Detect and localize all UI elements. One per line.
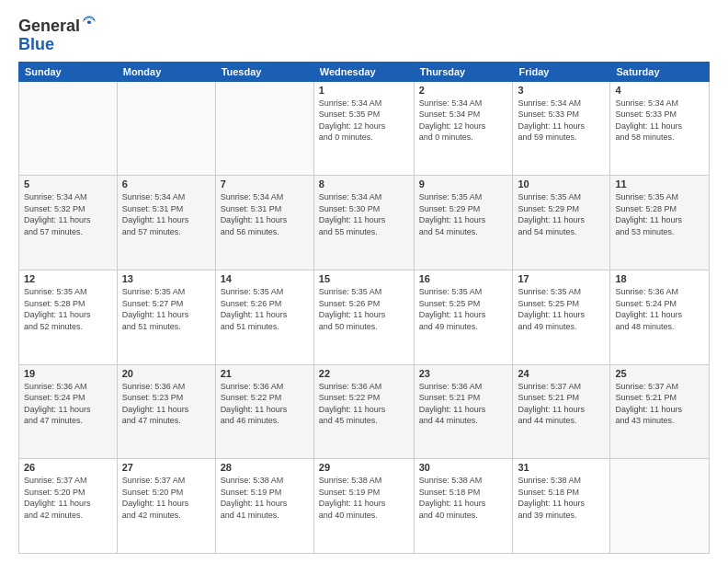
calendar-cell: 3Sunrise: 5:34 AM Sunset: 5:33 PM Daylig… — [513, 81, 610, 176]
week-row-1: 1Sunrise: 5:34 AM Sunset: 5:35 PM Daylig… — [19, 81, 710, 176]
day-info: Sunrise: 5:36 AM Sunset: 5:21 PM Dayligh… — [419, 381, 508, 427]
calendar-cell: 29Sunrise: 5:38 AM Sunset: 5:19 PM Dayli… — [313, 459, 414, 554]
calendar-cell: 6Sunrise: 5:34 AM Sunset: 5:31 PM Daylig… — [117, 176, 215, 270]
calendar-cell: 24Sunrise: 5:37 AM Sunset: 5:21 PM Dayli… — [513, 364, 610, 459]
calendar-cell: 5Sunrise: 5:34 AM Sunset: 5:32 PM Daylig… — [19, 176, 118, 270]
day-number: 16 — [419, 273, 508, 284]
day-number: 3 — [518, 85, 605, 96]
weekday-header-thursday: Thursday — [414, 62, 513, 81]
day-info: Sunrise: 5:37 AM Sunset: 5:20 PM Dayligh… — [24, 475, 112, 521]
day-info: Sunrise: 5:36 AM Sunset: 5:22 PM Dayligh… — [319, 381, 409, 427]
week-row-5: 26Sunrise: 5:37 AM Sunset: 5:20 PM Dayli… — [19, 459, 710, 554]
day-number: 22 — [319, 368, 409, 379]
day-info: Sunrise: 5:37 AM Sunset: 5:20 PM Dayligh… — [122, 475, 210, 521]
day-number: 1 — [319, 85, 409, 96]
calendar-cell: 13Sunrise: 5:35 AM Sunset: 5:27 PM Dayli… — [117, 270, 215, 364]
weekday-header-row: SundayMondayTuesdayWednesdayThursdayFrid… — [19, 62, 710, 81]
calendar-cell: 15Sunrise: 5:35 AM Sunset: 5:26 PM Dayli… — [313, 270, 414, 364]
weekday-header-wednesday: Wednesday — [313, 62, 414, 81]
calendar-table: SundayMondayTuesdayWednesdayThursdayFrid… — [18, 62, 710, 554]
weekday-header-monday: Monday — [117, 62, 215, 81]
calendar-cell: 10Sunrise: 5:35 AM Sunset: 5:29 PM Dayli… — [513, 176, 610, 270]
day-info: Sunrise: 5:38 AM Sunset: 5:19 PM Dayligh… — [221, 475, 309, 521]
calendar-cell: 22Sunrise: 5:36 AM Sunset: 5:22 PM Dayli… — [313, 364, 414, 459]
logo-bird-icon — [81, 15, 97, 31]
day-number: 31 — [518, 462, 605, 473]
day-number: 7 — [221, 178, 309, 190]
day-number: 21 — [221, 368, 309, 379]
weekday-header-sunday: Sunday — [19, 62, 118, 81]
day-number: 28 — [221, 462, 309, 473]
calendar-cell: 23Sunrise: 5:36 AM Sunset: 5:21 PM Dayli… — [414, 364, 513, 459]
day-number: 30 — [419, 462, 508, 473]
calendar-cell: 12Sunrise: 5:35 AM Sunset: 5:28 PM Dayli… — [19, 270, 118, 364]
calendar-cell — [117, 81, 215, 176]
day-info: Sunrise: 5:35 AM Sunset: 5:28 PM Dayligh… — [615, 191, 704, 237]
day-info: Sunrise: 5:35 AM Sunset: 5:29 PM Dayligh… — [518, 191, 605, 237]
calendar-cell: 26Sunrise: 5:37 AM Sunset: 5:20 PM Dayli… — [19, 459, 118, 554]
day-number: 12 — [24, 273, 112, 284]
week-row-2: 5Sunrise: 5:34 AM Sunset: 5:32 PM Daylig… — [19, 176, 710, 270]
day-number: 17 — [518, 273, 605, 284]
day-info: Sunrise: 5:34 AM Sunset: 5:33 PM Dayligh… — [615, 98, 704, 144]
day-info: Sunrise: 5:35 AM Sunset: 5:27 PM Dayligh… — [122, 286, 210, 332]
calendar-cell: 30Sunrise: 5:38 AM Sunset: 5:18 PM Dayli… — [414, 459, 513, 554]
day-info: Sunrise: 5:34 AM Sunset: 5:33 PM Dayligh… — [518, 98, 605, 144]
day-number: 13 — [122, 273, 210, 284]
weekday-header-saturday: Saturday — [610, 62, 710, 81]
calendar-cell: 7Sunrise: 5:34 AM Sunset: 5:31 PM Daylig… — [215, 176, 313, 270]
day-info: Sunrise: 5:37 AM Sunset: 5:21 PM Dayligh… — [518, 381, 605, 427]
day-number: 23 — [419, 368, 508, 379]
calendar-cell: 8Sunrise: 5:34 AM Sunset: 5:30 PM Daylig… — [313, 176, 414, 270]
day-info: Sunrise: 5:38 AM Sunset: 5:19 PM Dayligh… — [319, 475, 409, 521]
weekday-header-friday: Friday — [513, 62, 610, 81]
calendar-cell: 2Sunrise: 5:34 AM Sunset: 5:34 PM Daylig… — [414, 81, 513, 176]
day-number: 11 — [615, 178, 704, 190]
calendar-cell: 16Sunrise: 5:35 AM Sunset: 5:25 PM Dayli… — [414, 270, 513, 364]
day-number: 18 — [615, 273, 704, 284]
calendar-cell: 14Sunrise: 5:35 AM Sunset: 5:26 PM Dayli… — [215, 270, 313, 364]
day-number: 9 — [419, 178, 508, 190]
day-number: 14 — [221, 273, 309, 284]
calendar-cell: 27Sunrise: 5:37 AM Sunset: 5:20 PM Dayli… — [117, 459, 215, 554]
day-number: 10 — [518, 178, 605, 190]
day-info: Sunrise: 5:35 AM Sunset: 5:25 PM Dayligh… — [419, 286, 508, 332]
day-number: 26 — [24, 462, 112, 473]
day-info: Sunrise: 5:36 AM Sunset: 5:23 PM Dayligh… — [122, 381, 210, 427]
week-row-3: 12Sunrise: 5:35 AM Sunset: 5:28 PM Dayli… — [19, 270, 710, 364]
day-number: 19 — [24, 368, 112, 379]
weekday-header-tuesday: Tuesday — [215, 62, 313, 81]
calendar-cell: 11Sunrise: 5:35 AM Sunset: 5:28 PM Dayli… — [610, 176, 710, 270]
day-number: 20 — [122, 368, 210, 379]
day-info: Sunrise: 5:38 AM Sunset: 5:18 PM Dayligh… — [419, 475, 508, 521]
calendar-cell: 28Sunrise: 5:38 AM Sunset: 5:19 PM Dayli… — [215, 459, 313, 554]
calendar-cell: 21Sunrise: 5:36 AM Sunset: 5:22 PM Dayli… — [215, 364, 313, 459]
day-info: Sunrise: 5:34 AM Sunset: 5:30 PM Dayligh… — [319, 191, 409, 237]
day-number: 27 — [122, 462, 210, 473]
day-number: 2 — [419, 85, 508, 96]
day-info: Sunrise: 5:35 AM Sunset: 5:29 PM Dayligh… — [419, 191, 508, 237]
page: General Blue SundayMondayTuesdayWednesda… — [0, 0, 728, 563]
day-number: 25 — [615, 368, 704, 379]
day-info: Sunrise: 5:34 AM Sunset: 5:31 PM Dayligh… — [122, 191, 210, 237]
day-info: Sunrise: 5:37 AM Sunset: 5:21 PM Dayligh… — [615, 381, 704, 427]
day-number: 15 — [319, 273, 409, 284]
day-info: Sunrise: 5:35 AM Sunset: 5:26 PM Dayligh… — [221, 286, 309, 332]
day-info: Sunrise: 5:34 AM Sunset: 5:31 PM Dayligh… — [221, 191, 309, 237]
day-info: Sunrise: 5:35 AM Sunset: 5:26 PM Dayligh… — [319, 286, 409, 332]
day-info: Sunrise: 5:34 AM Sunset: 5:34 PM Dayligh… — [419, 98, 508, 144]
day-info: Sunrise: 5:38 AM Sunset: 5:18 PM Dayligh… — [518, 475, 605, 521]
calendar-cell: 19Sunrise: 5:36 AM Sunset: 5:24 PM Dayli… — [19, 364, 118, 459]
day-info: Sunrise: 5:35 AM Sunset: 5:28 PM Dayligh… — [24, 286, 112, 332]
day-info: Sunrise: 5:36 AM Sunset: 5:22 PM Dayligh… — [221, 381, 309, 427]
calendar-cell — [610, 459, 710, 554]
day-info: Sunrise: 5:34 AM Sunset: 5:35 PM Dayligh… — [319, 98, 409, 144]
day-number: 29 — [319, 462, 409, 473]
calendar-cell: 31Sunrise: 5:38 AM Sunset: 5:18 PM Dayli… — [513, 459, 610, 554]
day-info: Sunrise: 5:35 AM Sunset: 5:25 PM Dayligh… — [518, 286, 605, 332]
day-number: 24 — [518, 368, 605, 379]
logo-blue-text: Blue — [18, 35, 54, 53]
day-info: Sunrise: 5:36 AM Sunset: 5:24 PM Dayligh… — [615, 286, 704, 332]
day-number: 4 — [615, 85, 704, 96]
week-row-4: 19Sunrise: 5:36 AM Sunset: 5:24 PM Dayli… — [19, 364, 710, 459]
